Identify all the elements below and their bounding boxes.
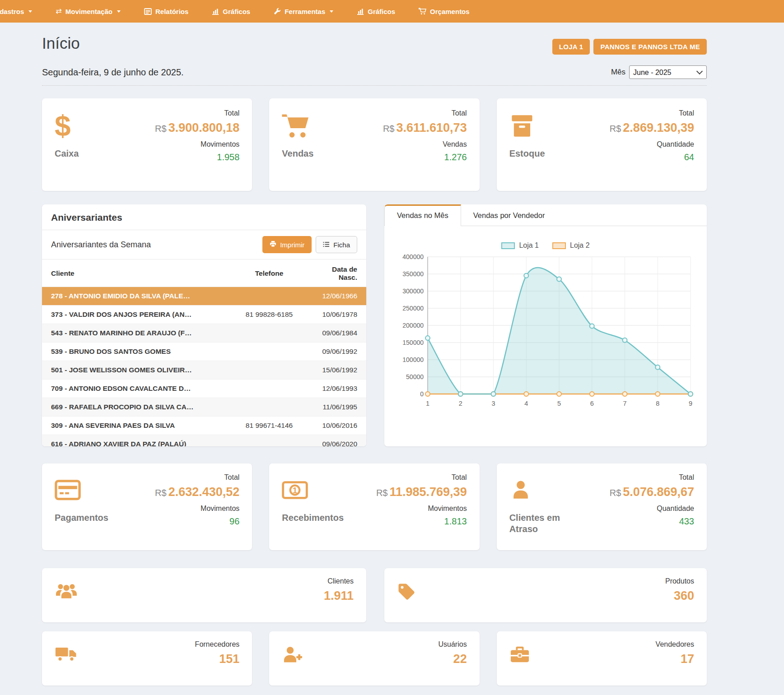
table-row[interactable]: 539 - BRUNO DOS SANTOS GOMES 09/06/1992	[42, 343, 366, 361]
count-value: 64	[684, 152, 694, 162]
table-row[interactable]: 543 - RENATO MARINHO DE ARAUJO (F… 09/06…	[42, 324, 366, 343]
store-badge: LOJA 1	[552, 39, 590, 55]
estoque-card: Estoque Total R$2.869.130,39 Quantidade …	[497, 98, 707, 191]
total-label: Total	[679, 473, 694, 482]
card-label: Vendas	[282, 148, 313, 159]
top-navbar: Cadastros ⇄ Movimentação Relatórios Gráf…	[0, 0, 784, 23]
nav-item-relatorios[interactable]: Relatórios	[132, 0, 200, 23]
total-value: R$3.611.610,73	[383, 121, 467, 135]
nav-item-label: Gráficos	[368, 8, 395, 15]
truck-icon	[55, 645, 77, 676]
total-label: Total	[224, 109, 240, 117]
col-header-data-nasc: Data de Nasc.	[305, 259, 366, 287]
count-value: 1.813	[444, 516, 467, 527]
total-value: R$3.900.800,18	[155, 121, 239, 135]
count-label: Quantidade	[657, 140, 694, 148]
count-value: 433	[679, 516, 694, 527]
imprimir-button[interactable]: Imprimir	[262, 236, 312, 253]
report-list-icon	[144, 8, 152, 15]
tab-vendas-no-mes[interactable]: Vendas no Mês	[384, 204, 461, 226]
total-value: R$5.076.869,67	[610, 485, 694, 499]
table-row[interactable]: 309 - ANA SEVERINA PAES DA SILVA 81 9967…	[42, 417, 366, 435]
user-plus-icon	[282, 645, 303, 676]
clientes-card: Clientes 1.911	[42, 568, 366, 622]
mini-value: 17	[681, 652, 694, 666]
mini-value: 360	[674, 589, 694, 603]
nav-item-movimentacao[interactable]: ⇄ Movimentação	[44, 0, 132, 23]
page-date: Segunda-feira, 9 de junho de 2025.	[42, 67, 184, 78]
shopping-cart-icon	[282, 109, 313, 143]
total-value: R$2.632.430,52	[155, 485, 239, 499]
table-row[interactable]: 501 - JOSE WELISSON GOMES OLIVEIR… 15/06…	[42, 361, 366, 380]
count-label: Quantidade	[657, 505, 694, 513]
nav-item-label: Orçamentos	[430, 8, 470, 15]
svg-text:300000: 300000	[402, 287, 424, 295]
tag-icon	[397, 582, 416, 613]
caret-down-icon	[117, 10, 121, 13]
table-row[interactable]: 709 - ANTONIO EDSON CAVALCANTE D… 12/06/…	[42, 380, 366, 398]
card-label: Recebimentos	[282, 512, 344, 524]
nav-item-label: Ferramentas	[285, 8, 325, 15]
chart-tabs: Vendas no Mês Vendas por Vendedor	[384, 204, 707, 226]
storage-box-icon	[509, 109, 545, 143]
aniversariantes-subtitle: Aniversariantes da Semana	[51, 240, 151, 250]
card-label: Caixa	[55, 148, 79, 159]
svg-text:350000: 350000	[402, 270, 424, 278]
nav-item-graficos-1[interactable]: Gráficos	[200, 0, 262, 23]
aniversariantes-panel: Aniversariantes Aniversariantes da Seman…	[42, 204, 366, 446]
total-label: Total	[224, 473, 240, 482]
svg-text:6: 6	[590, 400, 594, 407]
mini-label: Fornecedores	[195, 640, 240, 649]
svg-text:400000: 400000	[402, 253, 424, 260]
wrench-icon	[274, 8, 281, 15]
printer-icon	[270, 241, 276, 249]
legend-swatch	[552, 242, 566, 249]
chart-legend: Loja 1 Loja 2	[392, 241, 699, 250]
card-label: Estoque	[509, 148, 545, 159]
month-select[interactable]: June - 2025	[629, 65, 707, 79]
aniversariantes-title: Aniversariantes	[42, 204, 366, 230]
usuarios-card: Usuários 22	[269, 631, 479, 686]
bar-chart-icon	[357, 8, 364, 15]
mini-label: Vendedores	[656, 640, 694, 649]
count-value: 1.958	[217, 152, 239, 162]
clientes-em-atraso-card: Clientes em Atraso Total R$5.076.869,67 …	[497, 463, 707, 550]
banknote-icon: 1	[282, 473, 344, 507]
produtos-card: Produtos 360	[384, 568, 707, 622]
svg-text:250000: 250000	[402, 305, 424, 312]
shopping-cart-icon	[419, 8, 426, 15]
svg-text:1: 1	[293, 486, 298, 495]
pagamentos-card: Pagamentos Total R$2.632.430,52 Moviment…	[42, 463, 252, 550]
svg-text:5: 5	[557, 400, 561, 407]
sales-area-chart: 0500001000001500002000002500003000003500…	[392, 251, 698, 414]
nav-item-graficos-2[interactable]: Gráficos	[345, 0, 407, 23]
nav-item-label: Cadastros	[0, 8, 24, 15]
table-row[interactable]: 669 - RAFAELA PROCOPIO DA SILVA CA… 11/0…	[42, 398, 366, 417]
table-row[interactable]: 373 - VALDIR DOS ANJOS PEREIRA (AN… 81 9…	[42, 306, 366, 324]
bar-chart-icon	[212, 8, 219, 15]
count-label: Vendas	[443, 140, 467, 148]
nav-item-cadastros[interactable]: Cadastros	[0, 0, 44, 23]
person-icon	[509, 473, 577, 507]
mini-value: 22	[453, 652, 467, 666]
table-row[interactable]: 616 - ADRIANO XAVIER DA PAZ (PALAÚ) 09/0…	[42, 435, 366, 447]
table-row[interactable]: 278 - ANTONIO EMIDIO DA SILVA (PALE… 12/…	[42, 287, 366, 306]
tab-vendas-por-vendedor[interactable]: Vendas por Vendedor	[461, 204, 557, 226]
vendedores-card: Vendedores 17	[497, 631, 707, 686]
svg-text:50000: 50000	[406, 373, 424, 380]
nav-item-ferramentas[interactable]: Ferramentas	[262, 0, 345, 23]
recebimentos-card: 1 Recebimentos Total R$11.985.769,39 Mov…	[269, 463, 479, 550]
svg-text:4: 4	[524, 400, 528, 407]
dollar-sign-icon: $	[55, 111, 71, 140]
nav-item-orcamentos[interactable]: Orçamentos	[407, 0, 481, 23]
people-group-icon	[55, 582, 78, 613]
total-value: R$11.985.769,39	[376, 485, 467, 499]
count-label: Movimentos	[428, 505, 467, 513]
ficha-button[interactable]: Ficha	[316, 236, 357, 253]
svg-text:100000: 100000	[402, 356, 424, 363]
svg-text:1: 1	[426, 400, 429, 407]
legend-item-loja2: Loja 2	[552, 241, 590, 250]
total-label: Total	[452, 109, 467, 117]
aniversariantes-table: Cliente Telefone Data de Nasc. 278 - ANT…	[42, 259, 366, 446]
svg-text:150000: 150000	[402, 339, 424, 346]
